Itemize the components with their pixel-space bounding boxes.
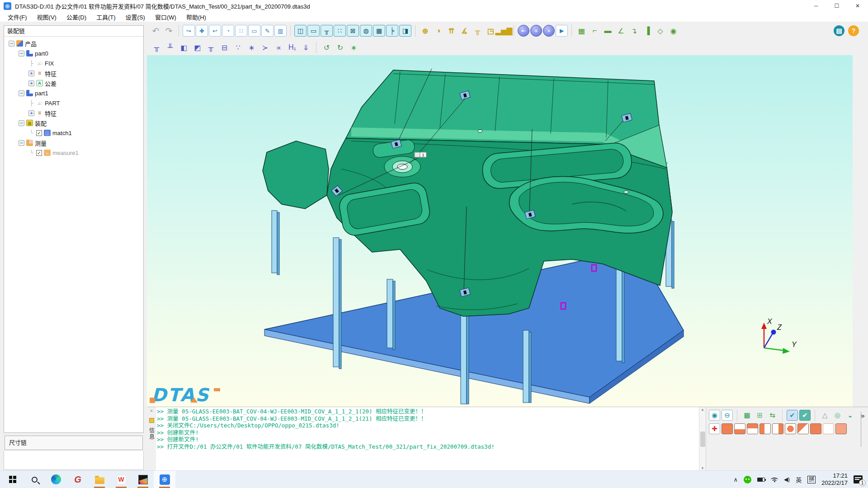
ime-pinyin-button[interactable]: 拼 bbox=[807, 476, 816, 483]
open-file-icon[interactable]: ↪ bbox=[183, 25, 195, 37]
expand-icon[interactable]: + bbox=[28, 70, 34, 76]
planar-face-icon[interactable]: ▭ bbox=[307, 25, 320, 37]
step-back-icon[interactable]: « bbox=[530, 25, 542, 37]
verify-icon[interactable]: ✔ bbox=[799, 410, 811, 421]
ime-language-button[interactable]: 英 bbox=[796, 475, 802, 484]
histogram-icon[interactable]: ▂▅▇ bbox=[498, 25, 510, 37]
mirror-panels-icon[interactable]: ◨ bbox=[399, 25, 411, 37]
more-chevron-icon[interactable]: » bbox=[857, 410, 868, 421]
match-block-b-icon[interactable]: ╨ bbox=[164, 42, 176, 53]
press-fixture-icon[interactable]: ╥ bbox=[472, 25, 484, 37]
start-button[interactable] bbox=[2, 471, 24, 488]
manual-icon[interactable]: ▤ bbox=[834, 25, 844, 36]
tree-item-part1-feature[interactable]: +≡特征 bbox=[5, 108, 142, 118]
section-cylinder-icon[interactable]: ▬ bbox=[602, 25, 614, 37]
pin-support-icon[interactable]: ╥ bbox=[321, 25, 333, 37]
cube-subtract-icon[interactable]: ⊟ bbox=[218, 42, 231, 53]
search-button[interactable] bbox=[24, 471, 45, 488]
grid-outline-icon[interactable]: ⊞ bbox=[754, 410, 765, 421]
dome-target-icon[interactable]: ◒ bbox=[844, 410, 856, 421]
iso-view-icon[interactable] bbox=[722, 423, 733, 434]
clamp-icon[interactable]: ╞ bbox=[386, 25, 398, 37]
fit-view-icon[interactable]: ✚ bbox=[709, 423, 720, 434]
redo-icon[interactable]: ↷ bbox=[163, 25, 175, 37]
link-points-icon[interactable]: ∝ bbox=[273, 42, 285, 53]
wireframe-render-icon[interactable] bbox=[823, 423, 834, 434]
tree-item-part0-feature[interactable]: +≡特征 bbox=[5, 68, 142, 78]
speaker-icon[interactable]: ◀) bbox=[784, 476, 790, 483]
photos-app[interactable] bbox=[132, 471, 154, 488]
hex-cube-icon[interactable]: ◇ bbox=[654, 25, 666, 37]
battery-icon[interactable] bbox=[757, 478, 765, 482]
maximize-button[interactable]: ☐ bbox=[826, 0, 847, 12]
log-close-icon[interactable]: × bbox=[150, 408, 153, 413]
bottom-view-icon[interactable] bbox=[734, 423, 745, 434]
drop-cube-icon[interactable]: ⇓ bbox=[300, 42, 312, 53]
presentation-icon[interactable]: ▶ bbox=[556, 25, 568, 37]
log-scrollbar[interactable]: ▲ ▼ bbox=[699, 407, 706, 471]
tree-item-part0[interactable]: −part0 bbox=[5, 48, 142, 58]
blank-doc-icon[interactable]: ▭ bbox=[248, 25, 260, 37]
save-file-icon[interactable]: ↩ bbox=[209, 25, 221, 37]
new-file-icon[interactable]: ✚ bbox=[196, 25, 208, 37]
locator-pins-icon[interactable]: ∵ bbox=[232, 42, 244, 53]
notification-icon[interactable]: 1 bbox=[854, 475, 863, 483]
tree-item-fix[interactable]: ├△□FIX bbox=[5, 58, 142, 68]
tree-checkbox[interactable]: ✓ bbox=[36, 150, 42, 156]
tree-item-measure1[interactable]: └✓↔measure1 bbox=[5, 148, 142, 158]
top-view-icon[interactable] bbox=[747, 423, 758, 434]
clock[interactable]: 17:21 2022/2/17 bbox=[821, 472, 848, 487]
edge-app[interactable] bbox=[45, 471, 67, 488]
expand-icon[interactable]: + bbox=[28, 110, 34, 116]
tree-item-part1[interactable]: −part1 bbox=[5, 88, 142, 98]
hide-lens-icon[interactable]: ⊖ bbox=[722, 410, 733, 421]
list-doc-icon[interactable]: ▥ bbox=[274, 25, 287, 37]
shapes-outline-icon[interactable]: △ bbox=[819, 410, 830, 421]
help-icon[interactable]: ? bbox=[848, 25, 859, 36]
menu-item-help[interactable]: 帮助(H) bbox=[181, 13, 211, 21]
left-view-icon[interactable] bbox=[760, 423, 771, 434]
verify-selected-icon[interactable]: ✔ bbox=[787, 410, 798, 421]
fast-forward-icon[interactable]: » bbox=[543, 25, 555, 37]
tree-checkbox[interactable]: ✓ bbox=[36, 130, 42, 136]
tree-item-part[interactable]: ├△□PART bbox=[5, 98, 142, 108]
edit-doc-icon[interactable]: ✎ bbox=[261, 25, 274, 37]
menu-item-tools[interactable]: 工具(T) bbox=[91, 13, 121, 21]
g-browser-app[interactable]: G bbox=[67, 471, 89, 488]
scatter-star-icon[interactable]: ∗ bbox=[348, 42, 360, 53]
collapse-icon[interactable]: − bbox=[9, 41, 14, 47]
minimize-button[interactable]: ─ bbox=[806, 0, 826, 12]
surface-patch-icon[interactable]: ◍ bbox=[360, 25, 372, 37]
mesh-grid-icon[interactable]: ▦ bbox=[373, 25, 385, 37]
scroll-up-icon[interactable]: ▲ bbox=[701, 408, 704, 412]
lift-arrows-icon[interactable]: ⇈ bbox=[445, 25, 458, 37]
export-doc-icon[interactable]: ↴ bbox=[628, 25, 640, 37]
menu-item-tolerance[interactable]: 公差(D) bbox=[61, 13, 91, 21]
plan-board-icon[interactable]: ▦ bbox=[576, 25, 588, 37]
collapse-icon[interactable]: − bbox=[19, 120, 24, 126]
scroll-thumb[interactable] bbox=[700, 432, 705, 447]
back-view-icon[interactable] bbox=[797, 423, 809, 434]
right-view-icon[interactable] bbox=[772, 423, 783, 434]
shapes-target-icon[interactable]: ◎ bbox=[832, 410, 843, 421]
cube-shell-icon[interactable]: ◧ bbox=[178, 42, 190, 53]
tree-item-assembly[interactable]: −▦装配 bbox=[5, 118, 142, 128]
stats-doc-icon[interactable]: ∷ bbox=[235, 25, 247, 37]
h1-measure-icon[interactable]: H₁ bbox=[286, 42, 298, 53]
solid-render-icon[interactable] bbox=[810, 423, 821, 434]
ruler-angle-icon[interactable]: ∠ bbox=[615, 25, 627, 37]
report-doc-icon[interactable]: ◔ bbox=[222, 25, 234, 37]
menu-item-view[interactable]: 视图(V) bbox=[32, 13, 61, 21]
point-cloud-icon[interactable]: ∷ bbox=[334, 25, 346, 37]
tree-item-match1[interactable]: └✓◫match1 bbox=[5, 128, 142, 138]
undo-icon[interactable]: ↶ bbox=[150, 25, 162, 37]
front-view-icon[interactable] bbox=[785, 423, 796, 434]
wps-app[interactable]: W bbox=[110, 471, 132, 488]
align-steps-icon[interactable]: ⌐ bbox=[589, 25, 601, 37]
close-button[interactable]: ✕ bbox=[847, 0, 868, 12]
show-eye-icon[interactable]: ◉ bbox=[709, 410, 720, 421]
branch-points-icon[interactable]: ≻ bbox=[259, 42, 271, 53]
expand-icon[interactable]: + bbox=[28, 80, 34, 86]
angle-gauge-icon[interactable]: ∡ bbox=[458, 25, 471, 37]
rotate-left-cylinder-icon[interactable]: ↺ bbox=[321, 42, 333, 53]
